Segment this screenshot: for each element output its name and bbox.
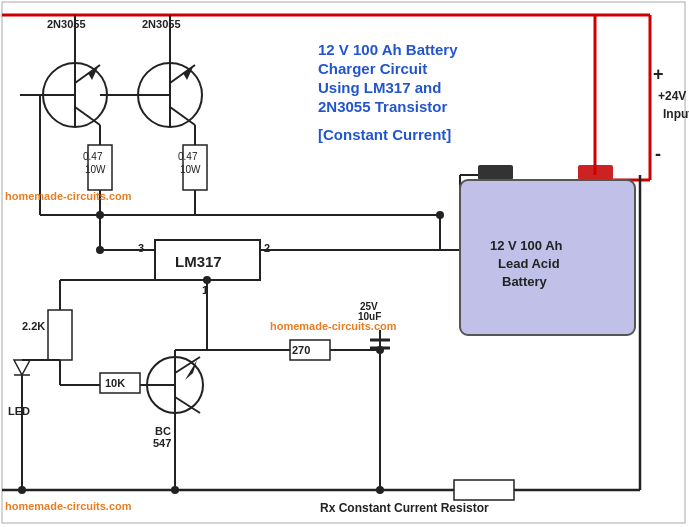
svg-text:Lead Acid: Lead Acid [498, 256, 560, 271]
main-container: + - +24V DC Input [0, 0, 689, 527]
svg-text:2N3055: 2N3055 [142, 18, 181, 30]
svg-point-111 [436, 211, 444, 219]
svg-text:[Constant Current]: [Constant Current] [318, 126, 451, 143]
svg-text:BC: BC [155, 425, 171, 437]
svg-text:3: 3 [138, 242, 144, 254]
svg-text:12 V 100 Ah: 12 V 100 Ah [490, 238, 563, 253]
svg-text:LM317: LM317 [175, 253, 222, 270]
svg-text:0.47: 0.47 [83, 151, 103, 162]
svg-text:+24V DC: +24V DC [658, 89, 689, 103]
svg-text:2: 2 [264, 242, 270, 254]
svg-point-115 [171, 486, 179, 494]
svg-text:2N3055: 2N3055 [47, 18, 86, 30]
circuit-diagram: + - +24V DC Input [0, 0, 689, 527]
svg-text:0.47: 0.47 [178, 151, 198, 162]
circuit-area: + - +24V DC Input [0, 0, 689, 527]
svg-point-110 [96, 211, 104, 219]
svg-rect-100 [454, 480, 514, 500]
svg-text:Using LM317 and: Using LM317 and [318, 79, 441, 96]
svg-text:10W: 10W [85, 164, 106, 175]
svg-point-116 [376, 486, 384, 494]
svg-text:2.2K: 2.2K [22, 320, 45, 332]
svg-text:Rx  Constant Current Resistor: Rx Constant Current Resistor [320, 501, 489, 515]
svg-point-117 [18, 486, 26, 494]
svg-text:Input: Input [663, 107, 689, 121]
svg-point-112 [96, 246, 104, 254]
svg-text:homemade-circuits.com: homemade-circuits.com [5, 500, 132, 512]
svg-text:25V: 25V [360, 301, 378, 312]
svg-text:10K: 10K [105, 377, 125, 389]
svg-text:270: 270 [292, 344, 310, 356]
svg-rect-68 [48, 310, 72, 360]
svg-text:-: - [655, 144, 661, 164]
svg-text:2N3055  Transistor: 2N3055 Transistor [318, 98, 447, 115]
svg-text:homemade-circuits.com: homemade-circuits.com [270, 320, 397, 332]
svg-text:547: 547 [153, 437, 171, 449]
svg-point-114 [376, 346, 384, 354]
svg-text:10W: 10W [180, 164, 201, 175]
svg-text:homemade-circuits.com: homemade-circuits.com [5, 190, 132, 202]
svg-rect-91 [478, 165, 513, 180]
svg-text:+: + [653, 64, 664, 84]
svg-text:Charger Circuit: Charger Circuit [318, 60, 427, 77]
svg-text:LED: LED [8, 405, 30, 417]
svg-text:Battery: Battery [502, 274, 548, 289]
svg-point-113 [203, 276, 211, 284]
svg-text:12 V 100 Ah Battery: 12 V 100 Ah Battery [318, 41, 458, 58]
